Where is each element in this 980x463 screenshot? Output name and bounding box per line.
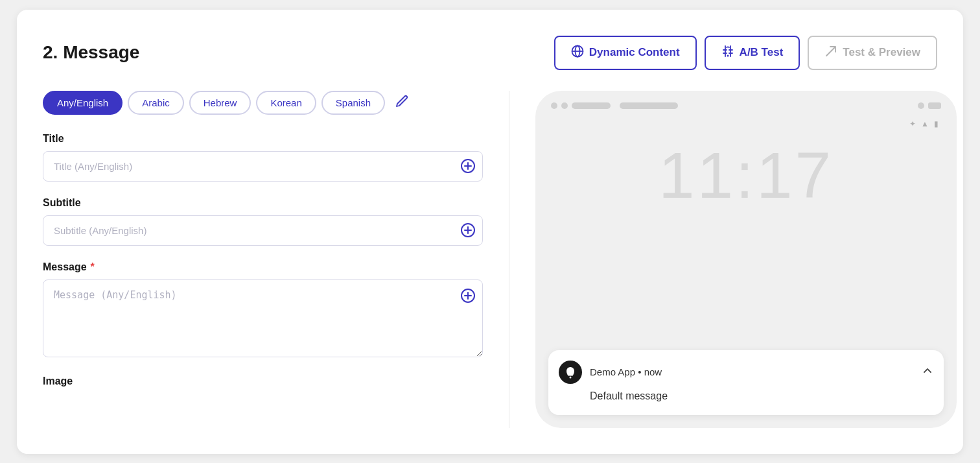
page-title: 2. Message	[43, 42, 139, 63]
top-bar: 2. Message Dynamic Content	[43, 36, 937, 70]
notification-expand-button[interactable]	[922, 364, 933, 379]
ab-test-button[interactable]: A/B Test	[705, 36, 800, 70]
phone-mockup: ✦ ▲ ▮ 11:17	[535, 91, 957, 428]
subtitle-field-group: Subtitle	[43, 197, 483, 246]
test-preview-icon	[824, 45, 837, 61]
app-name: Demo App	[590, 366, 635, 377]
dynamic-content-icon	[571, 45, 584, 61]
notification-header: Demo App • now	[559, 361, 933, 384]
message-field-group: Message *	[43, 261, 483, 360]
lang-tab-spanish[interactable]: Spanish	[321, 91, 385, 115]
svg-point-13	[570, 376, 572, 378]
content-area: Any/English Arabic Hebrew Korean Spanish…	[43, 91, 937, 428]
phone-dot-1	[551, 102, 557, 109]
notification-card: Demo App • now Default message	[548, 350, 944, 415]
image-label: Image	[43, 375, 483, 387]
svg-point-3	[727, 54, 729, 56]
edit-languages-button[interactable]	[393, 92, 411, 113]
message-input-wrapper	[43, 279, 483, 360]
message-textarea[interactable]	[43, 279, 483, 357]
subtitle-add-button[interactable]	[461, 223, 475, 237]
test-preview-label: Test & Preview	[843, 46, 920, 59]
app-icon	[559, 361, 582, 384]
lang-tab-arabic[interactable]: Arabic	[128, 91, 184, 115]
image-field-group: Image	[43, 375, 483, 387]
phone-top-right	[918, 102, 941, 109]
notification-message: Default message	[590, 390, 933, 402]
dynamic-content-button[interactable]: Dynamic Content	[554, 36, 697, 70]
phone-dot-2	[561, 102, 568, 109]
bluetooth-icon: ✦	[909, 119, 916, 128]
phone-pill-short	[572, 102, 611, 109]
app-meta: Demo App • now	[590, 366, 914, 377]
notification-separator: •	[638, 366, 644, 377]
main-card: 2. Message Dynamic Content	[17, 10, 963, 454]
title-field-group: Title	[43, 133, 483, 182]
test-preview-button[interactable]: Test & Preview	[808, 36, 937, 70]
lang-tab-korean[interactable]: Korean	[256, 91, 316, 115]
phone-status-circle	[918, 102, 924, 109]
required-indicator: *	[91, 261, 95, 273]
title-input[interactable]	[43, 151, 483, 182]
title-input-wrapper	[43, 151, 483, 182]
subtitle-label: Subtitle	[43, 197, 483, 209]
wifi-icon: ▲	[921, 119, 929, 128]
message-add-button[interactable]	[461, 289, 475, 305]
phone-status-bar: ✦ ▲ ▮	[909, 119, 939, 128]
phone-clock: 11:17	[535, 143, 957, 208]
lang-tab-any-english[interactable]: Any/English	[43, 91, 122, 115]
subtitle-input[interactable]	[43, 215, 483, 246]
phone-status-rect	[928, 102, 941, 109]
left-panel: Any/English Arabic Hebrew Korean Spanish…	[43, 91, 509, 428]
battery-icon: ▮	[934, 119, 939, 128]
subtitle-input-wrapper	[43, 215, 483, 246]
dynamic-content-label: Dynamic Content	[589, 46, 680, 59]
ab-test-label: A/B Test	[740, 46, 784, 59]
language-tabs: Any/English Arabic Hebrew Korean Spanish	[43, 91, 483, 115]
phone-pill-long	[620, 102, 678, 109]
top-actions: Dynamic Content A/B Test	[554, 36, 937, 70]
notification-timestamp: now	[644, 366, 662, 377]
title-label: Title	[43, 133, 483, 145]
ab-test-icon	[721, 45, 734, 61]
message-label: Message *	[43, 261, 483, 273]
title-add-button[interactable]	[461, 159, 475, 173]
right-panel: ✦ ▲ ▮ 11:17	[509, 91, 957, 428]
lang-tab-hebrew[interactable]: Hebrew	[189, 91, 251, 115]
phone-top-bar	[551, 102, 941, 109]
